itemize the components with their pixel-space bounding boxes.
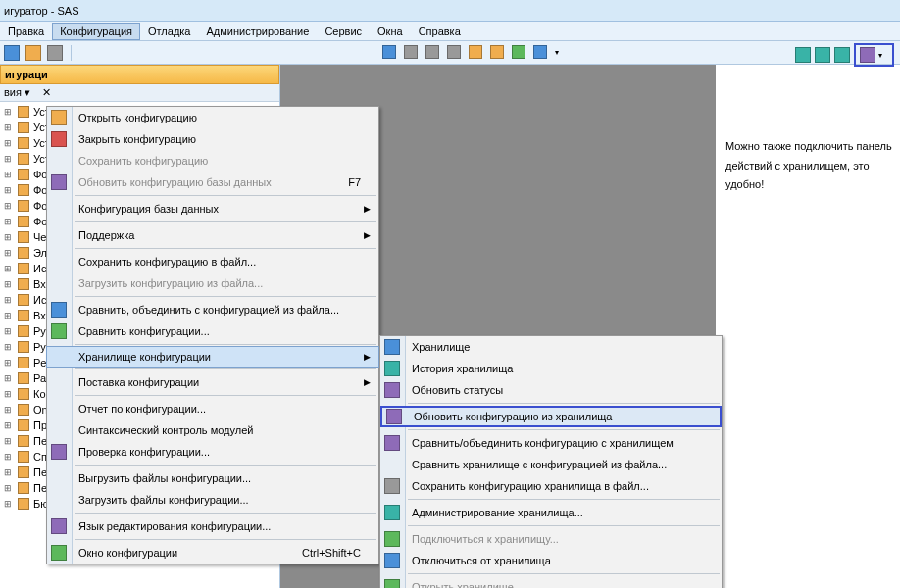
menu-item-label: Язык редактирования конфигурации... [78,520,271,532]
menu-администрирование[interactable]: Администрирование [198,23,317,40]
node-icon [18,294,29,306]
extra-toolbar: ▾ [382,45,559,59]
menu-справка[interactable]: Справка [411,23,469,40]
expand-icon: ⊞ [4,217,14,226]
menu-separator [75,368,376,369]
menu-item-label: Проверка конфигурации... [78,446,210,458]
menu-item[interactable]: Загрузить конфигурацию из файла... [47,272,378,294]
menu-item[interactable]: Обновить конфигурацию базы данныхF7 [47,172,378,193]
binocular-icon[interactable] [490,45,504,59]
menu-item[interactable]: Сохранить конфигурацию в файл... [47,251,378,272]
title-text: игуратор - SAS [4,5,78,17]
t-icon[interactable] [382,45,396,59]
menu-separator [408,573,720,574]
menu-separator [75,195,376,196]
window-title: игуратор - SAS [0,0,900,22]
menu-item[interactable]: Хранилище конфигурации▶ [46,346,379,368]
repo-panel-button[interactable]: ▾ [854,43,894,67]
open-icon[interactable] [25,45,41,61]
expand-icon: ⊞ [4,467,14,477]
menu-separator [75,344,376,345]
menu-item[interactable]: Выгрузить файлы конфигурации... [47,467,378,489]
node-icon [18,263,29,274]
menu-item[interactable]: Открыть хранилище... [380,576,722,588]
expand-icon: ⊞ [4,452,14,462]
menu-item-label: Сравнить конфигурации... [78,325,210,337]
toolbar-right: ▾ [795,43,894,67]
lang-icon [51,518,67,534]
save-icon [384,478,400,494]
expand-icon: ⊞ [4,279,14,289]
person-icon[interactable] [469,45,482,59]
merge-icon [384,435,400,451]
menu-item[interactable]: Отчет по конфигурации... [47,398,378,419]
t-icon[interactable] [533,45,547,59]
expand-icon: ⊞ [4,499,14,509]
menu-сервис[interactable]: Сервис [317,23,370,40]
node-icon [18,451,29,463]
t-icon[interactable] [425,45,439,59]
menu-item[interactable]: Открыть конфигурацию [47,107,378,128]
new-icon[interactable] [4,45,20,61]
menu-separator [408,499,720,500]
menu-item[interactable]: Загрузить файлы конфигурации... [47,489,378,511]
node-icon [18,466,29,478]
menu-правка[interactable]: Правка [0,23,52,40]
node-icon [18,106,29,118]
expand-icon: ⊞ [4,358,14,368]
menu-item[interactable]: Закрыть конфигурацию [47,128,378,150]
menu-item[interactable]: Язык редактирования конфигурации... [47,515,378,537]
pane-subheader[interactable]: вия ▾ ✕ [0,84,279,102]
menu-item[interactable]: Окно конфигурацииCtrl+Shift+C [47,542,378,564]
cut-icon[interactable] [47,45,63,61]
menu-item[interactable]: Сохранить конфигурацию хранилища в файл.… [380,475,722,497]
menu-item[interactable]: Обновить статусы [380,379,722,401]
menu-item[interactable]: История хранилища [380,358,722,379]
menu-item-label: Подключиться к хранилищу... [412,533,559,545]
menu-item[interactable]: Проверка конфигурации... [47,441,378,463]
menu-окна[interactable]: Окна [370,23,411,40]
body: игураци вия ▾ ✕ ⊞Уст⊞Уст⊞Уст⊞Уст⊞Фо⊞Фо⊞Ф… [0,65,900,588]
tool-icon-2[interactable] [815,47,830,63]
node-icon [18,357,29,368]
menu-item[interactable]: Обновить конфигурацию из хранилища [380,406,722,427]
menu-item-label: Сохранить конфигурацию хранилища в файл.… [412,480,649,492]
note-text: Можно также подключить панель действий с… [725,140,892,190]
expand-icon: ⊞ [4,420,14,430]
menu-item[interactable]: Подключиться к хранилищу... [380,528,722,550]
t-icon[interactable] [404,45,418,59]
menu-item[interactable]: Хранилище [380,336,722,358]
menu-item-label: Обновить статусы [412,384,503,396]
dropdown-arrow-icon[interactable]: ▾ [555,48,559,57]
compare-icon [51,302,67,318]
repo-icon [860,47,875,63]
submenu-arrow-icon: ▶ [364,204,371,214]
menu-item[interactable]: Сохранить конфигурацию [47,150,378,172]
menu-отладка[interactable]: Отладка [140,23,198,40]
menu-item[interactable]: Сравнить хранилище с конфигурацией из фа… [380,454,722,475]
menu-item-label: Хранилище конфигурации [78,351,211,363]
shortcut-label: F7 [348,176,361,188]
expand-icon: ⊞ [4,483,14,493]
menu-item[interactable]: Поставка конфигурации▶ [47,371,378,393]
pane-title: игураци [5,69,48,80]
menu-item[interactable]: Сравнить, объединить с конфигурацией из … [47,299,378,320]
menu-item[interactable]: Синтаксический контроль модулей [47,419,378,441]
menu-item-label: Загрузить конфигурацию из файла... [78,277,263,289]
menu-item[interactable]: Сравнить/объединить конфигурацию с храни… [380,432,722,454]
menu-separator [75,248,376,249]
separator [71,45,72,61]
menu-item[interactable]: Администрирование хранилища... [380,502,722,523]
node-icon [18,137,29,149]
menu-конфигурация[interactable]: Конфигурация [52,23,140,40]
expand-icon: ⊞ [4,373,14,383]
menu-item[interactable]: Конфигурация базы данных▶ [47,198,378,220]
menu-item[interactable]: Поддержка▶ [47,224,378,246]
tool-icon-3[interactable] [834,47,850,63]
check-icon [51,444,67,460]
menu-item[interactable]: Отключиться от хранилища [380,550,722,571]
menu-item[interactable]: Сравнить конфигурации... [47,320,378,342]
tool-icon-1[interactable] [795,47,811,63]
t-icon[interactable] [447,45,461,59]
t-icon[interactable] [512,45,525,59]
